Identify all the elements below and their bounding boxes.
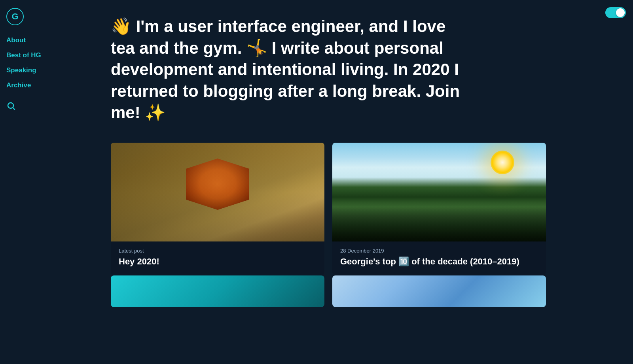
- svg-line-1: [13, 108, 15, 109]
- card-label-2: 28 December 2019: [340, 248, 538, 254]
- sidebar-item-speaking[interactable]: Speaking: [6, 66, 36, 74]
- bottom-card-teal[interactable]: [111, 275, 324, 307]
- card-overlay-2: 28 December 2019 Georgie's top 🔟 of the …: [332, 241, 546, 275]
- cards-grid: Latest post Hey 2020! 28 December 2019 G…: [111, 143, 546, 275]
- card-decade[interactable]: 28 December 2019 Georgie's top 🔟 of the …: [332, 143, 546, 275]
- bottom-cards: [111, 275, 546, 307]
- main-content: 👋 I'm a user interface engineer, and I l…: [79, 0, 633, 364]
- toggle-switch[interactable]: [605, 7, 626, 18]
- bottom-card-blue[interactable]: [332, 275, 546, 307]
- card-image-butterfly: [111, 143, 324, 241]
- hero-text: 👋 I'm a user interface engineer, and I l…: [111, 16, 467, 124]
- hero-section: 👋 I'm a user interface engineer, and I l…: [111, 16, 467, 124]
- sidebar-item-about[interactable]: About: [6, 36, 26, 44]
- card-title-2: Georgie's top 🔟 of the decade (2010–2019…: [340, 256, 538, 268]
- logo-button[interactable]: G: [6, 8, 24, 25]
- card-title-1: Hey 2020!: [119, 256, 316, 268]
- dark-mode-toggle[interactable]: [605, 7, 626, 18]
- search-icon[interactable]: [6, 101, 16, 113]
- sidebar-item-archive[interactable]: Archive: [6, 81, 31, 89]
- card-latest-post[interactable]: Latest post Hey 2020!: [111, 143, 324, 275]
- card-label-1: Latest post: [119, 248, 316, 254]
- sidebar-item-best-of-hg[interactable]: Best of HG: [6, 51, 41, 59]
- sidebar: G About Best of HG Speaking Archive: [0, 0, 79, 364]
- card-overlay-1: Latest post Hey 2020!: [111, 241, 324, 275]
- toggle-knob: [616, 8, 625, 17]
- logo-icon: G: [11, 11, 18, 22]
- card-image-forest: [332, 143, 546, 241]
